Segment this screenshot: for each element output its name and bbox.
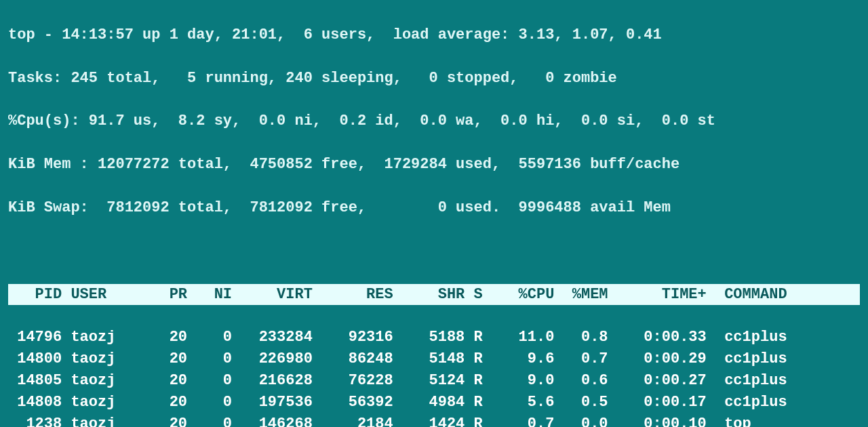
summary-line-3: %Cpu(s): 91.7 us, 8.2 sy, 0.0 ni, 0.2 id… [8,110,860,132]
terminal-screen: top - 14:13:57 up 1 day, 21:01, 6 users,… [0,0,868,427]
process-row: 14808 taozj 20 0 197536 56392 4984 R 5.6… [8,392,860,413]
process-table-body: 14796 taozj 20 0 233284 92316 5188 R 11.… [8,327,860,427]
process-table-header: PID USER PR NI VIRT RES SHR S %CPU %MEM … [8,284,860,306]
process-row: 14800 taozj 20 0 226980 86248 5148 R 9.6… [8,348,860,370]
process-row: 14796 taozj 20 0 233284 92316 5188 R 11.… [8,327,860,348]
summary-line-1: top - 14:13:57 up 1 day, 21:01, 6 users,… [8,24,860,46]
summary-line-2: Tasks: 245 total, 5 running, 240 sleepin… [8,68,860,89]
process-row: 14805 taozj 20 0 216628 76228 5124 R 9.0… [8,370,860,392]
summary-line-4: KiB Mem : 12077272 total, 4750852 free, … [8,154,860,176]
process-row: 1238 taozj 20 0 146268 2184 1424 R 0.7 0… [8,413,860,427]
blank-line [8,241,860,262]
summary-line-5: KiB Swap: 7812092 total, 7812092 free, 0… [8,197,860,219]
